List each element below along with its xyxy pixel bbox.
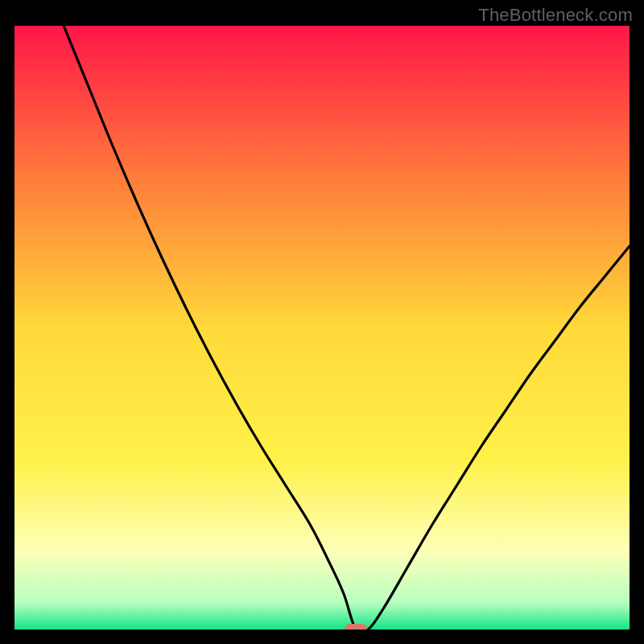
chart-frame: TheBottleneck.com bbox=[0, 0, 644, 644]
chart-svg bbox=[14, 26, 630, 630]
watermark-text: TheBottleneck.com bbox=[478, 5, 633, 26]
plot-area bbox=[14, 26, 630, 630]
optimal-marker bbox=[345, 624, 367, 630]
chart-background bbox=[14, 26, 630, 630]
